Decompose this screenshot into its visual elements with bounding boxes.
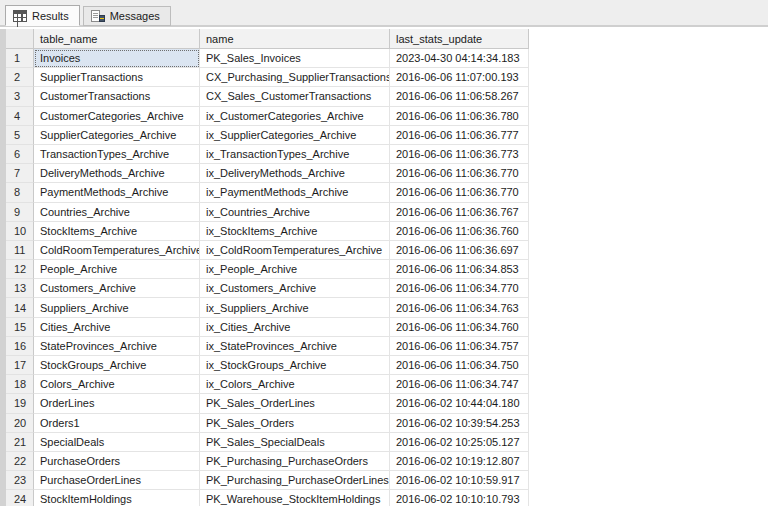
cell-table-name[interactable]: StateProvinces_Archive [34, 337, 200, 356]
row-number[interactable]: 10 [6, 222, 34, 241]
row-number[interactable]: 4 [6, 107, 34, 126]
cell-table-name[interactable]: Cities_Archive [34, 318, 200, 337]
row-number[interactable]: 1 [6, 49, 34, 68]
cell-last-stats-update[interactable]: 2016-06-06 11:06:36.780 [390, 107, 529, 126]
cell-name[interactable]: ix_Colors_Archive [200, 375, 390, 394]
cell-last-stats-update[interactable]: 2016-06-06 11:06:36.697 [390, 241, 529, 260]
cell-name[interactable]: ix_SupplierCategories_Archive [200, 126, 390, 145]
row-number[interactable]: 8 [6, 183, 34, 202]
row-number[interactable]: 12 [6, 260, 34, 279]
row-number[interactable]: 17 [6, 356, 34, 375]
row-number[interactable]: 13 [6, 279, 34, 298]
cell-last-stats-update[interactable]: 2016-06-06 11:06:34.853 [390, 260, 529, 279]
cell-name[interactable]: ix_TransactionTypes_Archive [200, 145, 390, 164]
row-number[interactable]: 18 [6, 375, 34, 394]
cell-last-stats-update[interactable]: 2016-06-06 11:06:34.760 [390, 318, 529, 337]
cell-table-name[interactable]: PurchaseOrders [34, 452, 200, 471]
cell-table-name[interactable]: Suppliers_Archive [34, 298, 200, 317]
cell-last-stats-update[interactable]: 2016-06-06 11:06:34.770 [390, 279, 529, 298]
cell-name[interactable]: ix_StockItems_Archive [200, 222, 390, 241]
cell-last-stats-update[interactable]: 2016-06-06 11:06:34.750 [390, 356, 529, 375]
cell-table-name[interactable]: SupplierTransactions [34, 68, 200, 87]
cell-table-name[interactable]: CustomerTransactions [34, 87, 200, 106]
cell-name[interactable]: ix_People_Archive [200, 260, 390, 279]
cell-table-name[interactable]: Customers_Archive [34, 279, 200, 298]
cell-name[interactable]: ix_DeliveryMethods_Archive [200, 164, 390, 183]
cell-table-name[interactable]: DeliveryMethods_Archive [34, 164, 200, 183]
cell-name[interactable]: PK_Sales_OrderLines [200, 394, 390, 413]
cell-last-stats-update[interactable]: 2016-06-06 11:06:36.777 [390, 126, 529, 145]
row-number[interactable]: 20 [6, 414, 34, 433]
cell-last-stats-update[interactable]: 2016-06-06 11:06:36.760 [390, 222, 529, 241]
cell-table-name[interactable]: SupplierCategories_Archive [34, 126, 200, 145]
cell-table-name[interactable]: PurchaseOrderLines [34, 471, 200, 490]
cell-last-stats-update[interactable]: 2016-06-06 11:06:36.773 [390, 145, 529, 164]
column-header-table-name[interactable]: table_name [34, 29, 200, 49]
cell-last-stats-update[interactable]: 2016-06-06 11:06:36.770 [390, 183, 529, 202]
cell-table-name[interactable]: StockItemHoldings [34, 490, 200, 506]
row-number[interactable]: 5 [6, 126, 34, 145]
cell-name[interactable]: ix_StockGroups_Archive [200, 356, 390, 375]
cell-last-stats-update[interactable]: 2016-06-06 11:06:34.747 [390, 375, 529, 394]
row-number[interactable]: 23 [6, 471, 34, 490]
grid-corner-cell[interactable] [6, 29, 34, 49]
cell-table-name[interactable]: Orders1 [34, 414, 200, 433]
cell-name[interactable]: PK_Sales_Invoices [200, 49, 390, 68]
cell-last-stats-update[interactable]: 2016-06-06 11:06:58.267 [390, 87, 529, 106]
row-number[interactable]: 15 [6, 318, 34, 337]
row-number[interactable]: 7 [6, 164, 34, 183]
row-number[interactable]: 16 [6, 337, 34, 356]
row-number[interactable]: 21 [6, 433, 34, 452]
cell-name[interactable]: PK_Purchasing_PurchaseOrders [200, 452, 390, 471]
cell-table-name[interactable]: PaymentMethods_Archive [34, 183, 200, 202]
row-number[interactable]: 3 [6, 87, 34, 106]
cell-table-name[interactable]: StockItems_Archive [34, 222, 200, 241]
cell-last-stats-update[interactable]: 2016-06-06 11:06:34.763 [390, 298, 529, 317]
cell-last-stats-update[interactable]: 2016-06-06 11:06:36.770 [390, 164, 529, 183]
cell-last-stats-update[interactable]: 2016-06-02 10:44:04.180 [390, 394, 529, 413]
column-header-name[interactable]: name [200, 29, 390, 49]
row-number[interactable]: 19 [6, 394, 34, 413]
cell-table-name[interactable]: Countries_Archive [34, 203, 200, 222]
cell-last-stats-update[interactable]: 2016-06-06 11:06:34.757 [390, 337, 529, 356]
cell-name[interactable]: ix_Suppliers_Archive [200, 298, 390, 317]
cell-last-stats-update[interactable]: 2016-06-06 11:07:00.193 [390, 68, 529, 87]
cell-table-name[interactable]: OrderLines [34, 394, 200, 413]
cell-last-stats-update[interactable]: 2016-06-02 10:19:12.807 [390, 452, 529, 471]
cell-name[interactable]: ix_PaymentMethods_Archive [200, 183, 390, 202]
row-number[interactable]: 2 [6, 68, 34, 87]
cell-name[interactable]: PK_Sales_SpecialDeals [200, 433, 390, 452]
cell-table-name[interactable]: SpecialDeals [34, 433, 200, 452]
cell-table-name[interactable]: People_Archive [34, 260, 200, 279]
tab-messages[interactable]: Messages [83, 6, 171, 26]
row-number[interactable]: 6 [6, 145, 34, 164]
cell-last-stats-update[interactable]: 2023-04-30 04:14:34.183 [390, 49, 529, 68]
row-number[interactable]: 22 [6, 452, 34, 471]
cell-last-stats-update[interactable]: 2016-06-02 10:25:05.127 [390, 433, 529, 452]
cell-last-stats-update[interactable]: 2016-06-02 10:10:10.793 [390, 490, 529, 506]
tab-results[interactable]: Results [5, 5, 80, 26]
row-number[interactable]: 14 [6, 298, 34, 317]
row-number[interactable]: 9 [6, 203, 34, 222]
cell-name[interactable]: ix_Cities_Archive [200, 318, 390, 337]
cell-name[interactable]: PK_Warehouse_StockItemHoldings [200, 490, 390, 506]
cell-table-name[interactable]: ColdRoomTemperatures_Archive [34, 241, 200, 260]
cell-name[interactable]: ix_Countries_Archive [200, 203, 390, 222]
cell-last-stats-update[interactable]: 2016-06-06 11:06:36.767 [390, 203, 529, 222]
cell-table-name[interactable]: Colors_Archive [34, 375, 200, 394]
cell-table-name[interactable]: Invoices [34, 49, 200, 68]
cell-name[interactable]: ix_ColdRoomTemperatures_Archive [200, 241, 390, 260]
cell-name[interactable]: CX_Purchasing_SupplierTransactions [200, 68, 390, 87]
row-number[interactable]: 11 [6, 241, 34, 260]
cell-name[interactable]: ix_Customers_Archive [200, 279, 390, 298]
cell-last-stats-update[interactable]: 2016-06-02 10:39:54.253 [390, 414, 529, 433]
cell-name[interactable]: ix_StateProvinces_Archive [200, 337, 390, 356]
row-number[interactable]: 24 [6, 490, 34, 506]
cell-name[interactable]: PK_Purchasing_PurchaseOrderLines [200, 471, 390, 490]
cell-table-name[interactable]: CustomerCategories_Archive [34, 107, 200, 126]
cell-name[interactable]: ix_CustomerCategories_Archive [200, 107, 390, 126]
column-header-last-stats-update[interactable]: last_stats_update [390, 29, 529, 49]
cell-table-name[interactable]: TransactionTypes_Archive [34, 145, 200, 164]
cell-table-name[interactable]: StockGroups_Archive [34, 356, 200, 375]
cell-name[interactable]: CX_Sales_CustomerTransactions [200, 87, 390, 106]
